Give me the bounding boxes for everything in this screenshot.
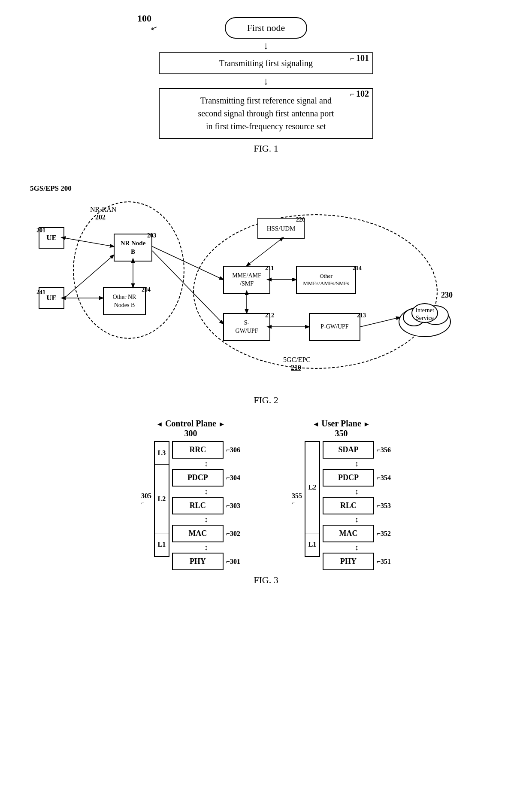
- fig2-other-mme: OtherMMEs/AMFs/SMFs: [296, 266, 356, 294]
- stack-row-mac-u: MAC ⌐352: [323, 525, 391, 542]
- stack-row-pdcp-u: PDCP ⌐354: [323, 469, 391, 487]
- arrow-sdap-pdcp: ↕: [323, 460, 391, 468]
- proto-box-mac: MAC: [172, 525, 224, 542]
- fig2-5gc-ref: 210: [291, 364, 301, 371]
- fig1-ref-101: 101: [356, 53, 369, 63]
- fig2-ref-220: 220: [296, 216, 305, 223]
- arrow-rlc-mac: ↕: [172, 516, 240, 523]
- arrow-pdcp-rlc-u: ↕: [323, 488, 391, 496]
- ref-354: ⌐354: [377, 474, 391, 482]
- fig2-nr-ran-circle: [73, 201, 184, 339]
- stack-row-rlc-u: RLC ⌐353: [323, 497, 391, 514]
- stack-row-phy: PHY ⌐301: [172, 553, 240, 570]
- fig1-ref-100: 100: [137, 13, 151, 24]
- arrow-mac-phy-u: ↕: [323, 544, 391, 551]
- arrow-rrc-pdcp: ↕: [172, 460, 240, 468]
- ref-301: ⌐301: [226, 558, 240, 566]
- ref-302: ⌐302: [226, 530, 240, 538]
- proto-box-rrc: RRC: [172, 441, 224, 459]
- fig1-caption: FIG. 1: [254, 143, 278, 154]
- box-102: FIG. 3 Transmitting first reference sign…: [159, 88, 373, 139]
- fig2-ref-201: 201: [36, 227, 45, 234]
- control-layer-l1: L1: [155, 533, 169, 556]
- fig2-ref-214: 214: [353, 265, 362, 272]
- fig2-ref-204: 204: [142, 286, 151, 293]
- ref-355: 355⌐: [292, 441, 302, 557]
- user-plane-stack-row: 355⌐ L2 L1 SDAP ⌐356 ↕: [292, 441, 391, 570]
- proto-box-phy: PHY: [172, 553, 224, 570]
- control-layer-l3: L3: [155, 442, 169, 465]
- stack-row-mac: MAC ⌐302: [172, 525, 240, 542]
- control-stack-boxes: RRC ⌐306 ↕ PDCP ⌐304 ↕ RLC: [172, 441, 240, 570]
- arrow-mac-phy: ↕: [172, 544, 240, 551]
- first-node-label: First node: [247, 22, 285, 33]
- proto-box-pdcp: PDCP: [172, 469, 224, 487]
- fig2-section: 5GS/EPS 200 UE 201 UE 241 NR-RAN 202 NR …: [30, 171, 502, 395]
- control-plane-stack-row: 305⌐ L3 L2 L1 RRC ⌐306: [141, 441, 240, 570]
- user-plane-title: ◄ User Plane ► 350: [313, 419, 370, 438]
- arrow-pdcp-rlc: ↕: [172, 488, 240, 496]
- box-101-text: Transmitting first signaling: [219, 58, 313, 68]
- fig2-p-gw: P-GW/UPF: [309, 313, 360, 341]
- ref-304: ⌐304: [226, 474, 240, 482]
- fig2-ref-241: 241: [36, 289, 45, 296]
- user-layer-l2: L2: [305, 442, 319, 533]
- box-101: Transmitting first signaling: [159, 52, 373, 74]
- fig1-section: 100 ↙ First node ↓ Transmitting first si…: [26, 17, 506, 167]
- ref-101-tag: ⌐ 101: [350, 53, 369, 63]
- arrow-rlc-mac-u: ↕: [323, 516, 391, 523]
- stack-row-phy-u: PHY ⌐351: [323, 553, 391, 570]
- user-stack-boxes: SDAP ⌐356 ↕ PDCP ⌐354 ↕ RLC: [323, 441, 391, 570]
- fig2-other-nr: Other NR Nodes B: [103, 287, 146, 315]
- fig2-caption: FIG. 2: [26, 395, 506, 406]
- ref-306: ⌐306: [226, 446, 240, 454]
- proto-box-rlc: RLC: [172, 497, 224, 514]
- ref-353: ⌐353: [377, 502, 391, 510]
- fig2-label-5gs: 5GS/EPS 200: [30, 184, 72, 193]
- proto-box-phy-u: PHY: [323, 553, 374, 570]
- fig3-caption: FIG. 3: [26, 575, 506, 586]
- proto-box-rlc-u: RLC: [323, 497, 374, 514]
- first-node-box: First node: [225, 17, 308, 39]
- fig2-internet-label: InternetService: [401, 307, 448, 322]
- stack-row-pdcp: PDCP ⌐304: [172, 469, 240, 487]
- fig2-5gc-label: 5GC/EPC: [283, 356, 311, 364]
- fig2-ref-230: 230: [441, 291, 453, 300]
- control-layer-labels: L3 L2 L1: [154, 441, 169, 557]
- stack-row-sdap: SDAP ⌐356: [323, 441, 391, 459]
- control-layer-l2: L2: [155, 465, 169, 533]
- user-layer-labels: L2 L1: [305, 441, 320, 557]
- ref-351: ⌐351: [377, 558, 391, 566]
- proto-box-sdap: SDAP: [323, 441, 374, 459]
- control-plane-section: ◄ Control Plane ► 300 305⌐ L3 L2 L1: [141, 419, 240, 570]
- ref-305: 305⌐: [141, 441, 151, 557]
- fig1-ref-102: 102: [356, 89, 369, 98]
- fig2-ref-203: 203: [147, 232, 156, 239]
- fig2-nr-ran-label: NR-RAN: [90, 206, 116, 213]
- ref-356: ⌐356: [377, 446, 391, 454]
- box-101-row: Transmitting first signaling ⌐ 101: [159, 52, 373, 74]
- user-plane-section: ◄ User Plane ► 350 355⌐ L2 L1: [292, 419, 391, 570]
- stack-row-rrc: RRC ⌐306: [172, 441, 240, 459]
- fig3-diagram: ◄ Control Plane ► 300 305⌐ L3 L2 L1: [26, 419, 506, 570]
- stack-row-rlc: RLC ⌐303: [172, 497, 240, 514]
- ref-102-tag: ⌐ 102: [350, 89, 369, 99]
- control-plane-title: ◄ Control Plane ► 300: [156, 419, 225, 438]
- fig2-ref-213: 213: [357, 312, 366, 319]
- box-102-row: FIG. 3 Transmitting first reference sign…: [159, 88, 373, 139]
- fig2-ref-211: 211: [265, 265, 274, 272]
- user-layer-l1: L1: [305, 533, 319, 556]
- ref-303: ⌐303: [226, 502, 240, 510]
- fig2-mme: MME/AMF /SMF: [223, 266, 270, 294]
- fig3-section: ◄ Control Plane ► 300 305⌐ L3 L2 L1: [26, 419, 506, 586]
- arrow-down-2: ↓: [263, 76, 269, 86]
- fig1-diagram: 100 ↙ First node ↓ Transmitting first si…: [116, 17, 416, 139]
- fig2-nr-node-b: NR Node B: [114, 234, 152, 262]
- arrow-down-1: ↓: [263, 40, 269, 51]
- ref-352: ⌐352: [377, 530, 391, 538]
- proto-box-mac-u: MAC: [323, 525, 374, 542]
- proto-box-pdcp-u: PDCP: [323, 469, 374, 487]
- fig2-s-gw: S- GW/UPF: [223, 313, 270, 341]
- fig2-ref-212: 212: [265, 312, 274, 319]
- fig2-nr-ran-ref: 202: [95, 213, 106, 221]
